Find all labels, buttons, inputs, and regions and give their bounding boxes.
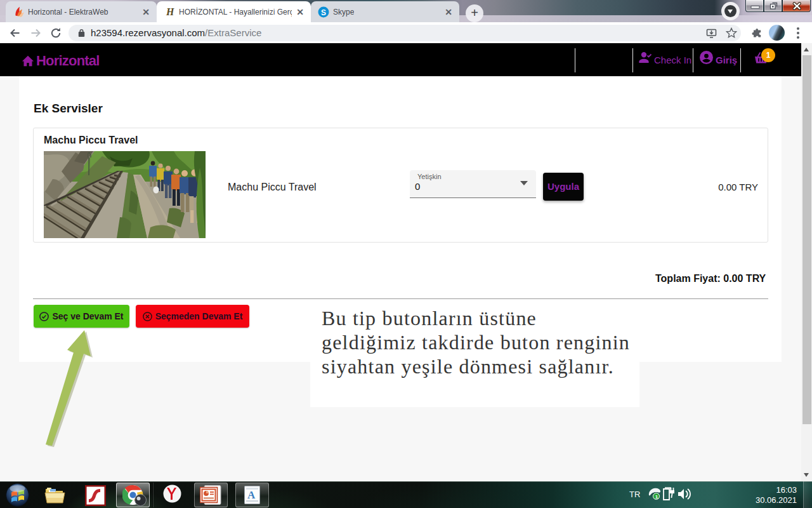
svg-text:H: H (166, 6, 174, 17)
svg-text:S: S (321, 8, 326, 17)
svg-text:A: A (247, 489, 256, 501)
svg-text:1: 1 (655, 494, 658, 500)
